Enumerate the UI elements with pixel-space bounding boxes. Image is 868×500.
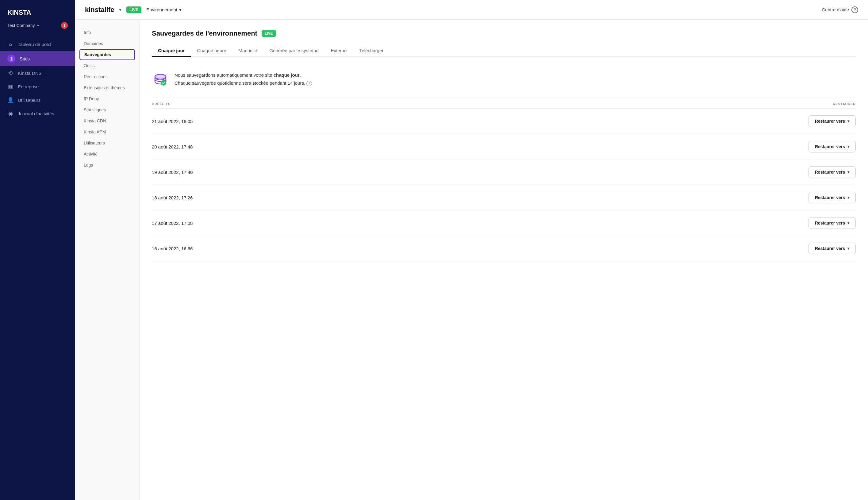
restore-button[interactable]: Restaurer vers ▾ bbox=[809, 166, 856, 178]
help-icon[interactable]: ? bbox=[852, 7, 858, 13]
backup-date: 16 août 2022, 16:56 bbox=[152, 246, 193, 251]
subnav-statistiques[interactable]: Statistiques bbox=[75, 104, 139, 115]
restore-button[interactable]: Restaurer vers ▾ bbox=[809, 217, 856, 229]
sidebar-item-label: Kinsta DNS bbox=[18, 70, 42, 76]
environment-label: Environnement bbox=[146, 7, 177, 12]
table-row: 17 août 2022, 17:08 Restaurer vers ▾ bbox=[152, 211, 856, 236]
live-badge-topbar: LIVE bbox=[126, 7, 141, 13]
backup-tabs: Chaque jour Chaque heure Manuelle Généré… bbox=[152, 45, 856, 57]
backup-info-box: Nous sauvegardons automatiquement votre … bbox=[152, 66, 856, 97]
restore-button[interactable]: Restaurer vers ▾ bbox=[809, 141, 856, 152]
tab-chaque-heure[interactable]: Chaque heure bbox=[191, 45, 232, 57]
sidebar-item-dashboard[interactable]: ⌂ Tableau de bord bbox=[0, 37, 75, 51]
subnav: Info Domaines Sauvegardes Outils Redirec… bbox=[75, 20, 139, 500]
company-chevron-icon: ▾ bbox=[37, 23, 39, 27]
subnav-logs[interactable]: Logs bbox=[75, 159, 139, 171]
main-area: kinstalife ▾ LIVE Environnement ▾ Centre… bbox=[75, 0, 868, 500]
page-title: Sauvegardes de l'environnement bbox=[152, 30, 257, 37]
sidebar-item-sites[interactable]: ◎ Sites bbox=[0, 51, 75, 66]
company-name: Test Company bbox=[7, 23, 35, 28]
sidebar-item-label: Sites bbox=[20, 56, 30, 61]
restore-button[interactable]: Restaurer vers ▾ bbox=[809, 243, 856, 254]
subnav-redirections[interactable]: Redirections bbox=[75, 71, 139, 82]
svg-point-2 bbox=[155, 74, 166, 79]
dashboard-icon: ⌂ bbox=[7, 41, 13, 47]
backup-date: 21 août 2022, 18:05 bbox=[152, 119, 193, 124]
tab-generee[interactable]: Générée par le système bbox=[263, 45, 324, 57]
company-selector[interactable]: Test Company ▾ 1 bbox=[0, 20, 75, 35]
notification-badge[interactable]: 1 bbox=[61, 22, 68, 29]
restore-chevron-icon: ▾ bbox=[847, 246, 849, 251]
backup-date: 18 août 2022, 17:26 bbox=[152, 195, 193, 200]
sidebar-item-label: Journal d'activités bbox=[18, 111, 54, 116]
sidebar-item-label: Tableau de bord bbox=[18, 42, 51, 47]
topbar-right: Centre d'aide ? bbox=[822, 7, 858, 13]
backup-icon bbox=[152, 71, 169, 88]
sites-icon: ◎ bbox=[7, 55, 15, 62]
subnav-domaines[interactable]: Domaines bbox=[75, 38, 139, 49]
sidebar-nav: ⌂ Tableau de bord ◎ Sites ⟲ Kinsta DNS ▦… bbox=[0, 35, 75, 500]
backup-date: 20 août 2022, 17:48 bbox=[152, 144, 193, 149]
table-row: 20 août 2022, 17:48 Restaurer vers ▾ bbox=[152, 134, 856, 159]
enterprise-icon: ▦ bbox=[7, 83, 13, 90]
info-help-icon[interactable]: ? bbox=[306, 81, 312, 86]
subnav-ip-deny[interactable]: IP Deny bbox=[75, 93, 139, 104]
subnav-activite[interactable]: Activité bbox=[75, 148, 139, 159]
table-row: 21 août 2022, 18:05 Restaurer vers ▾ bbox=[152, 109, 856, 134]
site-chevron-icon[interactable]: ▾ bbox=[119, 7, 122, 13]
sidebar-item-label: Utilisateurs bbox=[18, 98, 41, 103]
sidebar-item-label: Entreprise bbox=[18, 84, 39, 89]
help-label: Centre d'aide bbox=[822, 7, 849, 12]
subnav-info[interactable]: Info bbox=[75, 27, 139, 38]
table-row: 19 août 2022, 17:40 Restaurer vers ▾ bbox=[152, 159, 856, 185]
page-header: Sauvegardes de l'environnement LIVE bbox=[152, 30, 856, 37]
environment-selector[interactable]: Environnement ▾ bbox=[146, 7, 182, 13]
subnav-outils[interactable]: Outils bbox=[75, 60, 139, 71]
tab-telecharger[interactable]: Télécharger bbox=[353, 45, 389, 57]
tab-chaque-jour[interactable]: Chaque jour bbox=[152, 45, 191, 57]
info-line-1: Nous sauvegardons automatiquement votre … bbox=[174, 71, 312, 79]
table-row: 18 août 2022, 17:26 Restaurer vers ▾ bbox=[152, 185, 856, 211]
col-restore: RESTAURER bbox=[833, 102, 856, 106]
svg-point-3 bbox=[161, 80, 166, 86]
dns-icon: ⟲ bbox=[7, 70, 13, 76]
live-badge-page: LIVE bbox=[262, 30, 276, 37]
logo-area: KINSTA bbox=[0, 0, 75, 20]
backup-date: 17 août 2022, 17:08 bbox=[152, 220, 193, 226]
backups-table: 21 août 2022, 18:05 Restaurer vers ▾ 20 … bbox=[152, 109, 856, 261]
subnav-kinsta-cdn[interactable]: Kinsta CDN bbox=[75, 115, 139, 126]
sidebar-item-journal[interactable]: ◉ Journal d'activités bbox=[0, 107, 75, 120]
tab-externe[interactable]: Externe bbox=[325, 45, 353, 57]
users-icon: 👤 bbox=[7, 97, 13, 103]
backup-date: 19 août 2022, 17:40 bbox=[152, 170, 193, 175]
topbar: kinstalife ▾ LIVE Environnement ▾ Centre… bbox=[75, 0, 868, 20]
subnav-sauvegardes[interactable]: Sauvegardes bbox=[79, 49, 135, 60]
journal-icon: ◉ bbox=[7, 111, 13, 116]
sidebar-item-entreprise[interactable]: ▦ Entreprise bbox=[0, 80, 75, 93]
subnav-utilisateurs-site[interactable]: Utilisateurs bbox=[75, 137, 139, 148]
restore-chevron-icon: ▾ bbox=[847, 221, 849, 225]
sidebar-item-utilisateurs[interactable]: 👤 Utilisateurs bbox=[0, 93, 75, 107]
col-created: CRÉÉE LE bbox=[152, 102, 171, 106]
info-line-2: Chaque sauvegarde quotidienne sera stock… bbox=[174, 79, 312, 87]
content-area: Info Domaines Sauvegardes Outils Redirec… bbox=[75, 20, 868, 500]
restore-chevron-icon: ▾ bbox=[847, 195, 849, 200]
site-name: kinstalife bbox=[85, 6, 114, 14]
sidebar: KINSTA Test Company ▾ 1 ⌂ Tableau de bor… bbox=[0, 0, 75, 500]
subnav-kinsta-apm[interactable]: Kinsta APM bbox=[75, 126, 139, 137]
page-content: Sauvegardes de l'environnement LIVE Chaq… bbox=[139, 20, 868, 500]
logo: KINSTA bbox=[7, 9, 31, 16]
restore-button[interactable]: Restaurer vers ▾ bbox=[809, 115, 856, 127]
tab-manuelle[interactable]: Manuelle bbox=[232, 45, 263, 57]
table-header: CRÉÉE LE RESTAURER bbox=[152, 97, 856, 109]
subnav-extensions[interactable]: Extensions et thèmes bbox=[75, 82, 139, 93]
backup-info-text: Nous sauvegardons automatiquement votre … bbox=[174, 71, 312, 87]
restore-button[interactable]: Restaurer vers ▾ bbox=[809, 192, 856, 203]
restore-chevron-icon: ▾ bbox=[847, 170, 849, 174]
sidebar-item-kinsta-dns[interactable]: ⟲ Kinsta DNS bbox=[0, 66, 75, 80]
env-chevron-icon: ▾ bbox=[179, 7, 182, 13]
table-row: 16 août 2022, 16:56 Restaurer vers ▾ bbox=[152, 236, 856, 261]
restore-chevron-icon: ▾ bbox=[847, 145, 849, 149]
restore-chevron-icon: ▾ bbox=[847, 119, 849, 123]
